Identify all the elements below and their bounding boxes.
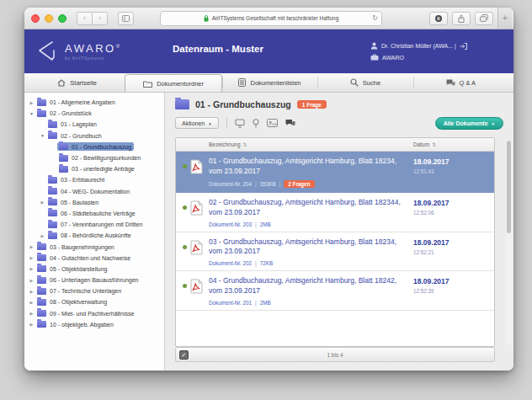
expand-arrow-icon[interactable]	[39, 233, 46, 238]
scrollbar-thumb[interactable]	[507, 141, 511, 233]
lightbulb-icon[interactable]	[253, 119, 259, 128]
tree-item[interactable]: 04 - WEG- Dokumentation	[24, 186, 164, 197]
folder-sidebar: 01 - Allgemeine Angaben 02 - Grundstück	[24, 93, 165, 371]
folder-icon	[48, 132, 57, 139]
tree-item[interactable]: 03 - Erbbaurecht	[24, 174, 164, 185]
expand-arrow-icon[interactable]	[28, 322, 35, 327]
expand-arrow-icon[interactable]	[28, 111, 35, 116]
expand-arrow-icon[interactable]	[28, 266, 35, 271]
expand-arrow-icon[interactable]	[28, 244, 35, 249]
extension-badge-button[interactable]: 0	[429, 12, 448, 25]
document-row[interactable]: 04 - Grundbuchauszug, Amtsgericht Hambur…	[176, 271, 494, 311]
share-icon	[458, 14, 465, 23]
tab-startseite[interactable]: Startseite	[29, 73, 125, 92]
document-row[interactable]: 03 - Grundbuchauszug, Amtsgericht Hambur…	[176, 232, 494, 272]
pdf-file-icon[interactable]	[190, 159, 203, 178]
monitor-icon[interactable]	[235, 119, 245, 128]
expand-arrow-icon[interactable]	[28, 100, 35, 105]
tab-overview-button[interactable]	[475, 12, 493, 25]
new-tab-button[interactable]	[497, 8, 512, 29]
sidebar-toggle-button[interactable]	[118, 12, 134, 25]
logout-icon[interactable]	[460, 43, 467, 50]
pdf-file-icon[interactable]	[190, 240, 203, 259]
folder-questions-badge[interactable]: 1 Frage	[297, 100, 327, 109]
tree-item[interactable]: 09 - Miet- und Pachtverhältnisse	[24, 308, 164, 319]
alle-dokumente-button[interactable]: Alle Dokumente	[435, 117, 503, 130]
document-date-cell: 18.09.2017 12:51:43	[413, 157, 494, 188]
document-toolbar: Aktionen Alle Dokumente	[175, 115, 503, 131]
tree-item-label: 08 - Behördliche Auskünfte	[61, 232, 131, 238]
tree-item[interactable]: 05 - Baulasten	[24, 197, 164, 208]
tree-item[interactable]: 10 - objektgeb. Abgaben	[24, 319, 164, 330]
folder-icon	[37, 299, 46, 306]
tree-item[interactable]: 02 - Grundstück	[24, 108, 164, 119]
pdf-file-icon[interactable]	[190, 200, 203, 219]
document-title[interactable]: 04 - Grundbuchauszug, Amtsgericht Hambur…	[209, 276, 407, 296]
expand-arrow-icon[interactable]	[39, 133, 46, 138]
tree-item[interactable]: 03 - Baugenehmigungen	[24, 241, 164, 252]
scrollbar-track[interactable]	[506, 140, 512, 345]
folder-icon	[59, 166, 68, 173]
tree-item-label: 04 - Gutachten und Nachweise	[50, 255, 130, 261]
sort-icon[interactable]	[432, 141, 436, 147]
reload-icon[interactable]	[372, 14, 378, 22]
document-title[interactable]: 01 - Grundbuchauszug, Amtsgericht Hambur…	[209, 157, 407, 177]
folder-icon	[48, 232, 57, 239]
tree-item[interactable]: 07 - Technische Unterlagen	[24, 285, 164, 296]
tree-item[interactable]: 08 - Behördliche Auskünfte	[24, 230, 164, 241]
document-title[interactable]: 03 - Grundbuchauszug, Amtsgericht Hambur…	[209, 237, 407, 258]
document-date-cell: 18.09.2017 12:52:39	[413, 276, 494, 306]
close-window-button[interactable]	[31, 14, 40, 23]
tree-item[interactable]: 04 - Gutachten und Nachweise	[24, 253, 164, 264]
document-meta: Dokument-Nr. 201 | 2MB |	[209, 300, 407, 306]
home-icon	[57, 79, 66, 87]
tab-suche[interactable]: Suche	[317, 73, 412, 92]
aktionen-button[interactable]: Aktionen	[175, 117, 219, 129]
sort-icon[interactable]	[243, 141, 247, 147]
tree-item[interactable]: 08 - Objektverwaltung	[24, 296, 164, 307]
address-bar[interactable]: AirITSystems Gesellschaft mit beschränkt…	[160, 11, 382, 26]
tree-item[interactable]: 01 - Grundbuchauszug	[24, 141, 164, 152]
user-menu[interactable]: Dr. Christian Müller (AWA... |	[370, 42, 467, 50]
back-button[interactable]	[77, 12, 93, 25]
expand-arrow-icon[interactable]	[28, 278, 35, 283]
column-bezeichnung[interactable]: Bezeichnung	[176, 141, 413, 147]
document-title[interactable]: 02 - Grundbuchauszug, Amtsgericht Hambur…	[209, 198, 407, 218]
tree-item[interactable]: 03 - unerledigte Anträge	[24, 163, 164, 174]
document-row[interactable]: 01 - Grundbuchauszug, Amtsgericht Hambur…	[176, 152, 494, 193]
document-date: 18.09.2017	[413, 277, 494, 285]
workspace-menu[interactable]: AWARO	[370, 54, 404, 61]
document-meta: Dokument-Nr. 202 | 72KB |	[209, 260, 407, 266]
expand-arrow-icon[interactable]	[28, 289, 35, 294]
document-row[interactable]: 02 - Grundbuchauszug, Amtsgericht Hambur…	[176, 193, 494, 232]
tab-dokumentenlisten[interactable]: Dokumentenlisten	[222, 73, 317, 92]
folder-icon	[37, 110, 46, 117]
forward-button[interactable]	[92, 12, 108, 25]
tab-dokumentordner[interactable]: Dokumentordner	[125, 74, 221, 92]
expand-arrow-icon[interactable]	[28, 311, 35, 316]
folder-icon	[48, 210, 57, 216]
tab-qa[interactable]: Q & A	[413, 73, 508, 92]
tree-item[interactable]: 02 - Grundbuch	[24, 131, 164, 141]
tree-item[interactable]: 06 - Unterlagen Bauausführungen	[24, 275, 164, 285]
folder-icon	[48, 199, 57, 205]
comments-icon[interactable]	[285, 119, 295, 127]
tree-item[interactable]: 05 - Objektdarstellung	[24, 264, 164, 275]
document-meta: Dokument-Nr. 204 | 353KB | 2 Fragen	[209, 180, 407, 188]
tree-item[interactable]: 01 - Allgemeine Angaben	[24, 97, 164, 108]
tree-item[interactable]: 02 - Bewilligungsurkunden	[24, 152, 164, 163]
questions-badge[interactable]: 2 Fragen	[284, 180, 314, 188]
tree-item[interactable]: 06 - Städtebauliche Verträge	[24, 208, 164, 219]
minimize-window-button[interactable]	[45, 14, 53, 23]
expand-arrow-icon[interactable]	[28, 255, 35, 260]
expand-arrow-icon[interactable]	[28, 300, 35, 305]
zoom-window-button[interactable]	[58, 14, 66, 23]
tree-item-label: 03 - Erbbaurecht	[61, 177, 104, 183]
column-datum[interactable]: Datum	[413, 141, 494, 147]
tree-item[interactable]: 07 - Vereinbarungen mit Dritten	[24, 219, 164, 230]
expand-arrow-icon[interactable]	[39, 200, 46, 205]
share-button[interactable]	[452, 12, 471, 25]
pdf-file-icon[interactable]	[190, 279, 203, 297]
tree-item[interactable]: 01 - Lageplan	[24, 119, 164, 130]
image-card-icon[interactable]	[267, 119, 278, 127]
